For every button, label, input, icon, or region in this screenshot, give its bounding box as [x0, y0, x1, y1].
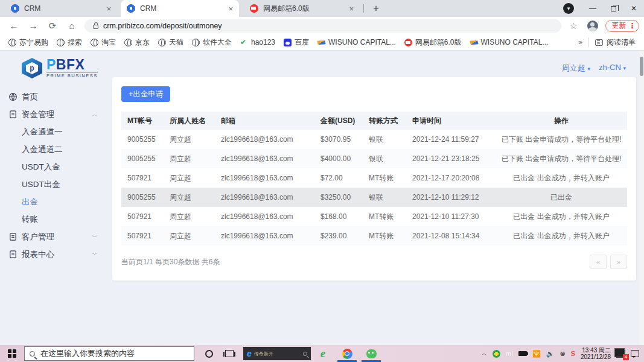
sidebar-item-label: 入金通道一 — [22, 127, 63, 138]
task-view-button[interactable] — [225, 350, 234, 357]
taskbar-wechat-app[interactable] — [359, 345, 383, 362]
table-cell: 2021-12-10 11:27:30 — [406, 207, 496, 226]
wifi-icon[interactable]: 🛜 — [532, 350, 541, 358]
doc-icon — [8, 250, 18, 259]
browser-tab-3[interactable]: 网易邮箱6.0版 × — [244, 0, 360, 17]
browser-tab-1[interactable]: CRM × — [5, 0, 117, 17]
chrome-update-button[interactable]: 更新 ⋮ — [605, 20, 639, 32]
ie-icon: e — [247, 349, 252, 358]
sidebar-item-USDT出金[interactable]: USDT出金 — [0, 176, 112, 193]
bookmark-list: 苏宁易购搜索淘宝京东天猫软件大全hao123百度WISUNO CAPITAL..… — [0, 37, 548, 48]
browser-toolbar: ← → ⟳ ⌂ crm.pribizco.com/deposit/outmone… — [0, 17, 644, 34]
table-body: 9005255周立超zlc1996618@163.com$3070.95银联20… — [121, 130, 627, 246]
table-row[interactable]: 9005255周立超zlc1996618@163.com$4000.00银联20… — [121, 149, 627, 168]
bookmark-item[interactable]: 淘宝 — [91, 37, 116, 48]
back-icon[interactable]: ← — [8, 21, 19, 31]
bookmark-label: 搜索 — [68, 37, 82, 48]
taskbar-clock[interactable]: 13:43 周二 2021/12/28 — [581, 347, 611, 360]
browser-tab-2-active[interactable]: CRM × — [121, 0, 239, 17]
logo-subtitle: PRIME BUSINESS — [46, 72, 98, 78]
bookmark-item[interactable]: 天猫 — [158, 37, 183, 48]
start-button[interactable] — [0, 345, 24, 362]
new-tab-button[interactable]: + — [369, 3, 383, 14]
sogou-input-icon[interactable]: S — [571, 349, 575, 358]
sidebar-item-资金管理[interactable]: 资金管理︿ — [0, 106, 112, 123]
cortana-button[interactable] — [205, 350, 213, 358]
scrollbar-thumb[interactable] — [640, 57, 643, 76]
bookmark-item[interactable]: 网易邮箱6.0版 — [404, 37, 462, 48]
profile-avatar[interactable] — [587, 21, 598, 31]
bookmark-item[interactable]: hao123 — [240, 38, 275, 46]
sidebar-item-label: 资金管理 — [22, 109, 54, 120]
tab-title: CRM — [24, 4, 101, 13]
ie-search-widget[interactable]: e 传奇新开 — [243, 347, 311, 360]
tab-close-icon[interactable]: × — [348, 4, 355, 13]
sidebar-item-首页[interactable]: 首页 — [0, 88, 112, 106]
bookmark-item[interactable]: 百度 — [284, 37, 309, 48]
sidebar-item-USDT入金[interactable]: USDT入金 — [0, 158, 112, 176]
bookmark-item[interactable]: 京东 — [124, 37, 150, 48]
antivirus-tray-icon[interactable] — [493, 350, 500, 358]
table-cell: $3250.00 — [314, 188, 363, 207]
table-row[interactable]: 507921周立超zlc1996618@163.com$239.00MT转账20… — [121, 226, 627, 246]
clock-time: 13:43 周二 — [581, 347, 611, 354]
next-page-button[interactable]: » — [610, 255, 627, 269]
page-scrollbar[interactable] — [639, 51, 644, 345]
taskbar-chrome-app[interactable] — [335, 345, 359, 362]
sidebar-item-入金通道二[interactable]: 入金通道二 — [0, 141, 112, 158]
bookmark-item[interactable]: 搜索 — [57, 37, 82, 48]
user-menu[interactable]: 周立超 ▾ — [562, 63, 590, 74]
language-menu[interactable]: zh-CN ▾ — [599, 63, 626, 74]
tray-expand-icon[interactable]: ︿ — [481, 349, 487, 358]
sidebar-item-出金[interactable]: 出金 — [0, 193, 112, 211]
notification-center-icon[interactable] — [631, 350, 639, 357]
media-control-icon[interactable]: ▾ — [563, 3, 574, 14]
taskbar-ie-app[interactable]: e — [311, 345, 335, 362]
restore-button[interactable] — [603, 0, 623, 17]
bookmarks-overflow-icon[interactable]: » — [578, 38, 582, 46]
sidebar-item-label: 首页 — [22, 92, 38, 103]
taskbar-search-box[interactable]: 在这里输入你要搜索的内容 — [24, 346, 194, 361]
bookmark-label: WISUNO CAPITAL... — [328, 38, 396, 46]
bookmark-item[interactable]: WISUNO CAPITAL... — [470, 38, 549, 46]
minimize-button[interactable]: — — [582, 0, 603, 17]
address-bar[interactable]: crm.pribizco.com/deposit/outmoney — [84, 19, 561, 33]
battery-icon[interactable] — [518, 351, 527, 356]
table-header-row: MT帐号所属人姓名邮箱金额(USD)转账方式申请时间操作 — [121, 112, 627, 130]
reading-list-button[interactable]: 阅读清单 — [595, 37, 636, 48]
mi-tray-icon[interactable]: mi — [506, 351, 513, 357]
table-cell: MT转账 — [363, 226, 406, 246]
sidebar-item-报表中心[interactable]: 报表中心﹀ — [0, 246, 112, 263]
bookmark-label: 软件大全 — [203, 37, 232, 48]
sidebar-item-转账[interactable]: 转账 — [0, 211, 112, 228]
table-row[interactable]: 9005255周立超zlc1996618@163.com$3250.00银联20… — [121, 188, 627, 207]
bookmark-item[interactable]: WISUNO CAPITAL... — [317, 38, 396, 46]
table-cell: 银联 — [363, 149, 406, 168]
table-row[interactable]: 507921周立超zlc1996618@163.com$72.00MT转账202… — [121, 168, 627, 188]
close-window-button[interactable]: ✕ — [623, 0, 644, 17]
table-cell: zlc1996618@163.com — [215, 207, 314, 226]
tab-close-icon[interactable]: × — [105, 4, 112, 13]
tab-close-icon[interactable]: × — [227, 4, 234, 13]
volume-icon[interactable]: 🔉 — [546, 350, 555, 358]
bookmark-star-icon[interactable]: ☆ — [570, 21, 578, 31]
table-cell: 已出金 出金成功，并转入账户 — [496, 226, 627, 246]
home-icon[interactable]: ⌂ — [66, 21, 77, 31]
reload-icon[interactable]: ⟳ — [47, 21, 58, 31]
prev-page-button[interactable]: « — [590, 255, 607, 269]
menu-dots-icon[interactable]: ⋮ — [629, 22, 636, 30]
table-row[interactable]: 507921周立超zlc1996618@163.com$168.00MT转账20… — [121, 207, 627, 226]
sidebar-item-客户管理[interactable]: 客户管理﹀ — [0, 228, 112, 246]
forward-icon[interactable]: → — [28, 21, 39, 31]
ime-indicator[interactable]: 4 — [616, 350, 625, 358]
eye-protect-icon[interactable]: ⊗ — [560, 350, 565, 358]
sidebar-item-label: USDT入金 — [22, 162, 60, 173]
withdraw-apply-button[interactable]: +出金申请 — [121, 86, 170, 102]
bookmark-label: WISUNO CAPITAL... — [481, 38, 549, 46]
sidebar-item-入金通道一[interactable]: 入金通道一 — [0, 123, 112, 141]
bookmark-item[interactable]: 苏宁易购 — [8, 37, 48, 48]
table-row[interactable]: 9005255周立超zlc1996618@163.com$3070.95银联20… — [121, 130, 627, 149]
tab-title: 网易邮箱6.0版 — [263, 4, 344, 14]
url-text[interactable]: crm.pribizco.com/deposit/outmoney — [103, 22, 222, 30]
bookmark-item[interactable]: 软件大全 — [192, 37, 232, 48]
